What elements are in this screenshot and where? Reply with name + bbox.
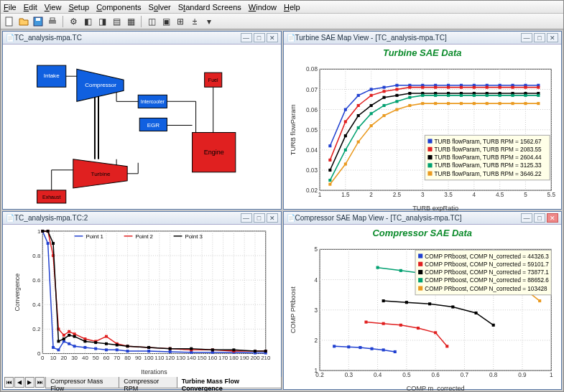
menu-solver[interactable]: Solver <box>149 3 171 11</box>
menu-view[interactable]: View <box>45 3 62 11</box>
svg-rect-63 <box>356 94 359 97</box>
maximize-button[interactable]: □ <box>254 213 265 223</box>
tool-icon-10[interactable]: ▾ <box>203 16 215 27</box>
tool-icon-7[interactable]: ▣ <box>160 16 172 27</box>
svg-rect-117 <box>395 100 398 103</box>
print-icon[interactable] <box>47 16 58 27</box>
maximize-button[interactable]: □ <box>254 33 265 42</box>
tool-icon-8[interactable]: ⊞ <box>175 16 186 27</box>
open-icon[interactable] <box>18 16 29 27</box>
tool-icon-9[interactable]: ± <box>189 16 200 27</box>
svg-rect-239 <box>63 334 65 337</box>
svg-text:2.5: 2.5 <box>392 192 401 198</box>
close-button[interactable]: ✕ <box>267 33 278 42</box>
svg-text:70: 70 <box>114 355 120 361</box>
svg-text:4: 4 <box>314 277 318 284</box>
menu-edit[interactable]: Edit <box>24 3 37 11</box>
tab-next[interactable]: ▶ <box>25 377 34 388</box>
menu-setup[interactable]: Setup <box>68 3 89 11</box>
menu-file[interactable]: File <box>4 3 17 11</box>
svg-rect-3 <box>49 20 56 24</box>
svg-text:2: 2 <box>369 192 373 198</box>
block-egr[interactable]: EGR <box>147 122 160 129</box>
svg-rect-229 <box>169 350 172 353</box>
save-icon[interactable] <box>32 16 44 27</box>
svg-rect-329 <box>399 269 402 272</box>
svg-text:0.9: 0.9 <box>518 372 527 378</box>
svg-rect-241 <box>73 332 76 335</box>
svg-text:Point 3: Point 3 <box>185 233 203 240</box>
svg-rect-134 <box>395 108 398 111</box>
svg-rect-255 <box>47 230 50 233</box>
maximize-button[interactable]: □ <box>534 33 545 42</box>
svg-rect-262 <box>94 341 97 344</box>
block-fuel[interactable]: Fuel <box>208 78 218 83</box>
tab-prev[interactable]: ◀ <box>14 377 24 388</box>
bottom-tabs: ⏮ ◀ ▶ ⏭ Compressor Mass Flow Compressor … <box>4 377 281 388</box>
svg-rect-128 <box>537 94 540 97</box>
svg-rect-228 <box>147 350 150 353</box>
svg-text:0.08: 0.08 <box>306 66 318 73</box>
svg-text:170: 170 <box>218 355 228 361</box>
minimize-button[interactable]: — <box>521 33 532 42</box>
svg-rect-218 <box>52 346 55 349</box>
block-engine[interactable]: Engine <box>204 149 224 156</box>
new-icon[interactable] <box>4 16 15 27</box>
close-button[interactable]: ✕ <box>547 33 558 42</box>
tool-icon-4[interactable]: ▤ <box>111 16 122 27</box>
diagram-canvas[interactable]: Intake Compressor Intercooler Fuel EGR E… <box>3 45 281 209</box>
menu-components[interactable]: Components <box>96 3 141 11</box>
block-intercooler[interactable]: Intercooler <box>141 99 165 104</box>
svg-rect-327 <box>491 324 494 327</box>
svg-text:200: 200 <box>250 355 260 361</box>
tab-turbine-mass-flow[interactable]: Turbine Mass Flow Convergence <box>177 377 282 388</box>
svg-text:10: 10 <box>50 355 57 361</box>
turbine-chart[interactable]: Turbine SAE Data 11.522.533.544.555.50.0… <box>284 45 562 209</box>
svg-rect-120 <box>434 94 437 97</box>
svg-text:TURB flowParam, TURB RPM = 156: TURB flowParam, TURB RPM = 1562.67 <box>434 139 541 145</box>
toolbar: ⚙ ◧ ◨ ▤ ▦ ◫ ▣ ⊞ ± ▾ <box>1 14 563 29</box>
tab-first[interactable]: ⏮ <box>4 377 14 388</box>
block-exhaust[interactable]: Exhaust <box>42 195 60 200</box>
menu-standard-screens[interactable]: Standard Screens <box>178 3 241 11</box>
tab-compressor-rpm[interactable]: Compressor RPM <box>119 377 177 388</box>
minimize-button[interactable]: — <box>241 33 252 42</box>
doc-icon: 📄 <box>6 34 14 42</box>
menu-help[interactable]: Help <box>284 3 300 11</box>
tab-last[interactable]: ⏭ <box>35 377 45 388</box>
block-intake[interactable]: Intake <box>44 73 60 79</box>
svg-text:0.4: 0.4 <box>373 372 382 378</box>
svg-rect-221 <box>68 342 70 345</box>
tool-icon[interactable]: ⚙ <box>68 16 79 27</box>
tool-icon-6[interactable]: ◫ <box>146 16 157 27</box>
tool-icon-5[interactable]: ▦ <box>125 16 137 27</box>
svg-text:COMP PRboost, COMP N_corrected: COMP PRboost, COMP N_corrected = 88652.6 <box>425 277 549 284</box>
svg-rect-2 <box>36 18 40 21</box>
tool-icon-2[interactable]: ◧ <box>82 16 93 27</box>
tab-compressor-mass-flow[interactable]: Compressor Mass Flow <box>45 377 119 388</box>
minimize-button[interactable]: — <box>241 213 252 223</box>
svg-text:2: 2 <box>314 337 318 344</box>
svg-text:1: 1 <box>549 372 553 378</box>
convergence-chart[interactable]: 0102030405060708090100110120130140150160… <box>3 225 281 389</box>
svg-rect-310 <box>333 345 336 347</box>
svg-text:TURB expRatio: TURB expRatio <box>412 205 458 212</box>
doc-icon: 📄 <box>287 34 295 42</box>
svg-rect-95 <box>328 169 331 172</box>
menu-window[interactable]: Window <box>249 3 277 11</box>
svg-text:0.07: 0.07 <box>306 87 318 93</box>
svg-rect-264 <box>116 344 119 347</box>
pane-title-text: TC_analysis-mpa.TC <box>14 34 82 42</box>
svg-rect-82 <box>382 90 385 93</box>
svg-rect-86 <box>434 86 437 89</box>
close-button[interactable]: ✕ <box>267 213 278 223</box>
compressor-chart[interactable]: Compressor SAE Data 0.20.30.40.50.60.70.… <box>284 225 562 389</box>
svg-rect-157 <box>427 172 432 176</box>
tool-icon-3[interactable]: ◨ <box>96 16 108 27</box>
svg-text:140: 140 <box>187 355 197 361</box>
svg-rect-242 <box>83 337 86 340</box>
svg-text:5: 5 <box>524 192 527 198</box>
svg-rect-326 <box>474 312 477 314</box>
svg-rect-269 <box>211 348 214 351</box>
svg-rect-94 <box>537 86 540 89</box>
